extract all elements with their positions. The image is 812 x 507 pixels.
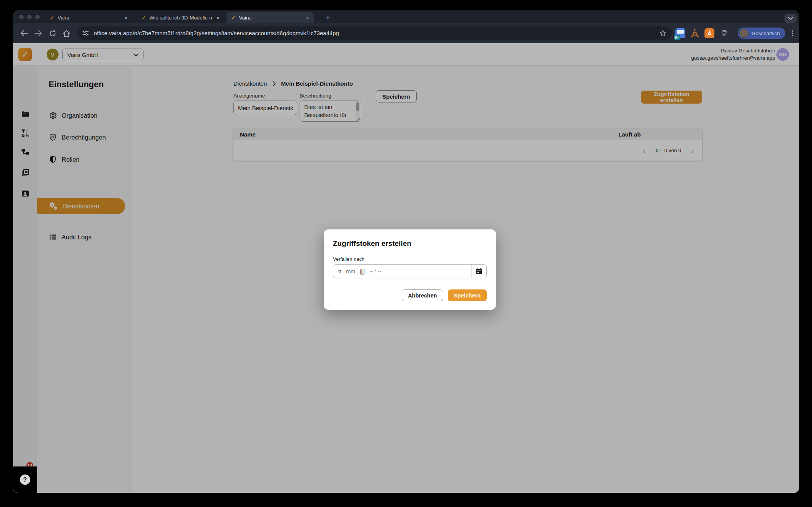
home-icon bbox=[63, 30, 70, 37]
browser-tab-2[interactable]: ✓ Wie sollte ich 3D-Modelle mit × bbox=[137, 12, 224, 23]
reload-button[interactable] bbox=[47, 28, 58, 39]
app-page: ✓ V Vaira GmbH Gustav Geschäftsführer gu… bbox=[13, 43, 799, 493]
window-close-button[interactable] bbox=[19, 15, 24, 19]
new-tab-button[interactable]: + bbox=[323, 13, 333, 23]
home-button[interactable] bbox=[61, 28, 72, 39]
modal-save-button[interactable]: Speichern bbox=[448, 289, 487, 301]
extension-glyph bbox=[677, 30, 684, 34]
modal-title: Zugriffstoken erstellen bbox=[333, 239, 487, 248]
create-token-modal: Zugriffstoken erstellen Verfallen nach A… bbox=[324, 229, 496, 310]
vaira-favicon-icon: ✓ bbox=[142, 14, 147, 21]
help-button[interactable]: ? bbox=[20, 474, 30, 485]
browser-tab-strip: ✓ Vaira × ✓ Wie sollte ich 3D-Modelle mi… bbox=[13, 10, 799, 23]
browser-tab-1[interactable]: ✓ Vaira × bbox=[45, 12, 132, 23]
forward-arrow-icon bbox=[34, 30, 42, 37]
browser-toolbar: office.vaira.app/o/c7be7mnm5f1rdro8tg2g/… bbox=[13, 23, 799, 43]
window-minimize-button[interactable] bbox=[27, 15, 32, 19]
tab-close-icon[interactable]: × bbox=[305, 15, 310, 21]
tab-close-icon[interactable]: × bbox=[124, 15, 129, 21]
sprocket-glyph bbox=[706, 30, 713, 37]
toolbar-divider bbox=[733, 29, 733, 37]
forward-button[interactable] bbox=[33, 28, 44, 39]
date-picker-button[interactable] bbox=[471, 265, 486, 278]
extension-icon[interactable]: 9+ bbox=[675, 28, 685, 38]
browser-menu-icon[interactable] bbox=[790, 29, 795, 37]
window-controls bbox=[19, 15, 40, 19]
back-arrow-icon bbox=[20, 30, 28, 37]
tab-title: Wie sollte ich 3D-Modelle mit bbox=[150, 15, 213, 21]
browser-window: ✓ Vaira × ✓ Wie sollte ich 3D-Modelle mi… bbox=[13, 10, 799, 493]
expiry-date-field bbox=[333, 264, 487, 278]
url-bar[interactable]: office.vaira.app/o/c7be7mnm5f1rdro8tg2g/… bbox=[77, 26, 672, 40]
profile-button[interactable]: Geschäftlich bbox=[738, 28, 785, 39]
extensions-puzzle-icon[interactable] bbox=[719, 29, 728, 38]
window-zoom-button[interactable] bbox=[35, 15, 40, 19]
tab-close-icon[interactable]: × bbox=[215, 15, 220, 21]
extension-badge: 9+ bbox=[674, 35, 680, 40]
hubspot-sprocket-icon[interactable] bbox=[690, 28, 700, 38]
vaira-favicon-icon: ✓ bbox=[50, 14, 55, 21]
help-corner: ? bbox=[13, 466, 37, 493]
toolbar-right-cluster: 9+ Geschäftlich bbox=[675, 26, 795, 40]
modal-actions: Abbrechen Speichern bbox=[402, 289, 487, 301]
cancel-button[interactable]: Abbrechen bbox=[402, 289, 443, 301]
url-text[interactable]: office.vaira.app/o/c7be7mnm5f1rdro8tg2g/… bbox=[94, 30, 659, 36]
tab-separator bbox=[135, 15, 135, 20]
site-settings-icon[interactable] bbox=[82, 29, 89, 37]
expiry-label: Verfallen nach bbox=[333, 256, 487, 262]
profile-avatar bbox=[739, 29, 748, 38]
profile-label: Geschäftlich bbox=[752, 31, 780, 36]
back-button[interactable] bbox=[18, 28, 30, 39]
tab-title: Vaira bbox=[239, 15, 302, 21]
reload-icon bbox=[49, 30, 56, 37]
bookmark-star-icon[interactable] bbox=[659, 29, 667, 37]
vaira-favicon-icon: ✓ bbox=[231, 14, 236, 21]
expiry-date-input[interactable] bbox=[333, 265, 471, 278]
tab-search-button[interactable] bbox=[784, 14, 797, 23]
calendar-icon bbox=[475, 268, 483, 275]
browser-tab-active[interactable]: ✓ Vaira × bbox=[227, 12, 314, 23]
tab-title: Vaira bbox=[58, 15, 121, 21]
hubspot-extension-icon[interactable] bbox=[704, 28, 714, 38]
screen: ✓ Vaira × ✓ Wie sollte ich 3D-Modelle mi… bbox=[0, 0, 812, 507]
chevron-down-icon bbox=[788, 17, 793, 20]
